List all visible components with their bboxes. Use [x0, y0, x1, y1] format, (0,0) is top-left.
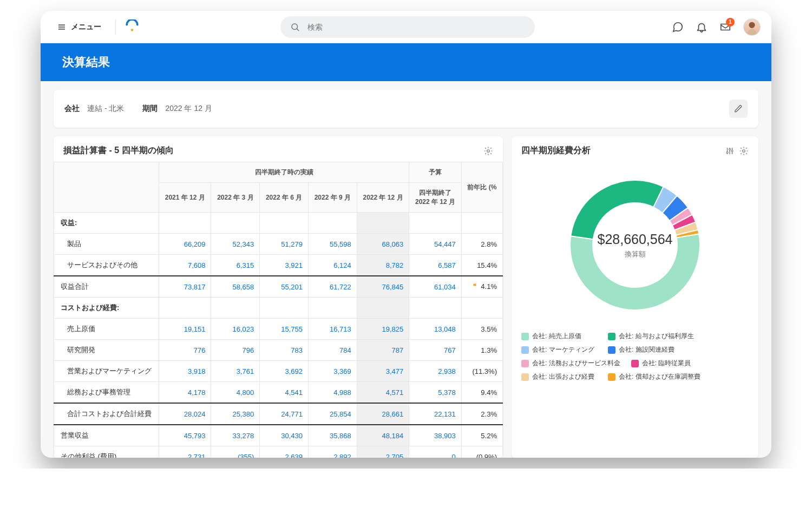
cell-value[interactable]: 61,722 [308, 276, 357, 298]
hamburger-icon [57, 22, 67, 32]
avatar[interactable] [743, 18, 761, 36]
cell-value[interactable]: 4,800 [211, 382, 260, 404]
cell-value[interactable]: 2,639 [260, 446, 309, 458]
cell-value[interactable]: 66,209 [159, 234, 211, 255]
cell-yoy: (0.9%) [461, 446, 502, 458]
cell-value[interactable]: 2,731 [159, 446, 211, 458]
legend-item[interactable]: 会社: 法務およびサービス料金 [521, 359, 620, 368]
cell-empty [409, 213, 462, 234]
legend-item[interactable]: 会社: マーケティング [521, 345, 597, 354]
cell-value[interactable]: 16,713 [308, 319, 357, 340]
cell-value[interactable]: 24,771 [260, 403, 309, 425]
cell-value[interactable]: 73,817 [159, 276, 211, 298]
search-bar[interactable] [280, 16, 535, 38]
legend-item[interactable]: 会社: 償却および在庫調整費 [608, 372, 700, 381]
cell-value[interactable]: 76,845 [357, 276, 409, 298]
cell-value[interactable]: 38,903 [409, 425, 462, 446]
row-label: 収益: [54, 213, 159, 234]
search-input[interactable] [306, 22, 525, 32]
cell-value[interactable]: 19,151 [159, 319, 211, 340]
cell-value[interactable]: 6,124 [308, 255, 357, 276]
cell-value[interactable]: 55,598 [308, 234, 357, 255]
cell-value[interactable]: 2,892 [308, 446, 357, 458]
cell-empty [308, 213, 357, 234]
cell-value[interactable]: 25,380 [211, 403, 260, 425]
cell-value[interactable]: 776 [159, 340, 211, 361]
cell-value[interactable]: 4,178 [159, 382, 211, 404]
legend-item[interactable]: 会社: 純売上原価 [521, 332, 597, 341]
cell-value[interactable]: 55,201 [260, 276, 309, 298]
cell-value[interactable]: (355) [211, 446, 260, 458]
cell-yoy: 4.1% [461, 276, 502, 298]
cell-value[interactable]: 3,761 [211, 361, 260, 382]
chat-icon[interactable] [672, 21, 684, 33]
workday-logo[interactable] [125, 19, 140, 35]
cell-value[interactable]: 52,343 [211, 234, 260, 255]
menu-button[interactable]: メニュー [51, 19, 107, 35]
cell-value[interactable]: 48,184 [357, 425, 409, 446]
gear-icon[interactable] [739, 146, 749, 156]
cell-value[interactable]: 784 [308, 340, 357, 361]
edit-filters-button[interactable] [729, 100, 748, 118]
cell-value[interactable]: 19,825 [357, 319, 409, 340]
analysis-panel-head: 四半期別経費分析 [512, 136, 758, 162]
cell-value[interactable]: 45,793 [159, 425, 211, 446]
legend-item[interactable]: 会社: 給与および福利厚生 [608, 332, 694, 341]
legend-item[interactable]: 会社: 施設関連経費 [608, 345, 684, 354]
cell-value[interactable]: 6,587 [409, 255, 462, 276]
cell-empty [260, 298, 309, 319]
donut-chart[interactable]: $28,660,564 換算額 [559, 169, 711, 321]
cell-value[interactable]: 54,447 [409, 234, 462, 255]
chart-legend: 会社: 純売上原価会社: 給与および福利厚生会社: マーケティング会社: 施設関… [512, 328, 758, 385]
cell-value[interactable]: 35,868 [308, 425, 357, 446]
row-label: 研究開発 [54, 340, 159, 361]
pl-panel-head: 損益計算書 - 5 四半期の傾向 [54, 136, 503, 162]
cell-value[interactable]: 787 [357, 340, 409, 361]
filter-period-label: 期間 [142, 104, 158, 114]
cell-value[interactable]: 3,921 [260, 255, 309, 276]
table-row: 営業およびマーケティング3,9183,7613,6923,3693,4772,9… [54, 361, 503, 382]
cell-value[interactable]: 6,315 [211, 255, 260, 276]
divider [115, 19, 116, 35]
pl-table-wrap[interactable]: 四半期終了時の実績 予算 前年比 (% 2021 年 12 月2022 年 3 … [54, 162, 503, 458]
cell-value[interactable]: 25,854 [308, 403, 357, 425]
cell-value[interactable]: 68,063 [357, 234, 409, 255]
cell-value[interactable]: 4,571 [357, 382, 409, 404]
cell-value[interactable]: 767 [409, 340, 462, 361]
cell-value[interactable]: 4,541 [260, 382, 309, 404]
cell-value[interactable]: 5,378 [409, 382, 462, 404]
legend-item[interactable]: 会社: 出張および経費 [521, 372, 597, 381]
sliders-icon[interactable] [725, 146, 735, 156]
cell-value[interactable]: 3,918 [159, 361, 211, 382]
cell-value[interactable]: 33,278 [211, 425, 260, 446]
cell-value[interactable]: 28,024 [159, 403, 211, 425]
gear-icon[interactable] [483, 146, 493, 156]
legend-label: 会社: マーケティング [532, 345, 594, 354]
cell-value[interactable]: 3,477 [357, 361, 409, 382]
cell-value[interactable]: 58,658 [211, 276, 260, 298]
inbox-button[interactable]: 1 [719, 21, 731, 33]
cell-value[interactable]: 3,369 [308, 361, 357, 382]
flag-icon [472, 283, 479, 291]
cell-value[interactable]: 2,705 [357, 446, 409, 458]
cell-value[interactable]: 28,661 [357, 403, 409, 425]
cell-value[interactable]: 61,034 [409, 276, 462, 298]
cell-value[interactable]: 7,608 [159, 255, 211, 276]
cell-value[interactable]: 796 [211, 340, 260, 361]
bell-icon[interactable] [696, 21, 708, 33]
cell-value[interactable]: 16,023 [211, 319, 260, 340]
donut-wrap: $28,660,564 換算額 [512, 162, 758, 328]
svg-point-0 [131, 29, 133, 31]
cell-value[interactable]: 22,131 [409, 403, 462, 425]
cell-value[interactable]: 15,755 [260, 319, 309, 340]
cell-value[interactable]: 8,782 [357, 255, 409, 276]
cell-value[interactable]: 4,988 [308, 382, 357, 404]
cell-value[interactable]: 783 [260, 340, 309, 361]
cell-value[interactable]: 13,048 [409, 319, 462, 340]
cell-value[interactable]: 30,430 [260, 425, 309, 446]
cell-value[interactable]: 51,279 [260, 234, 309, 255]
cell-value[interactable]: 3,692 [260, 361, 309, 382]
cell-value[interactable]: 0 [409, 446, 462, 458]
legend-item[interactable]: 会社: 臨時従業員 [631, 359, 707, 368]
cell-value[interactable]: 2,938 [409, 361, 462, 382]
